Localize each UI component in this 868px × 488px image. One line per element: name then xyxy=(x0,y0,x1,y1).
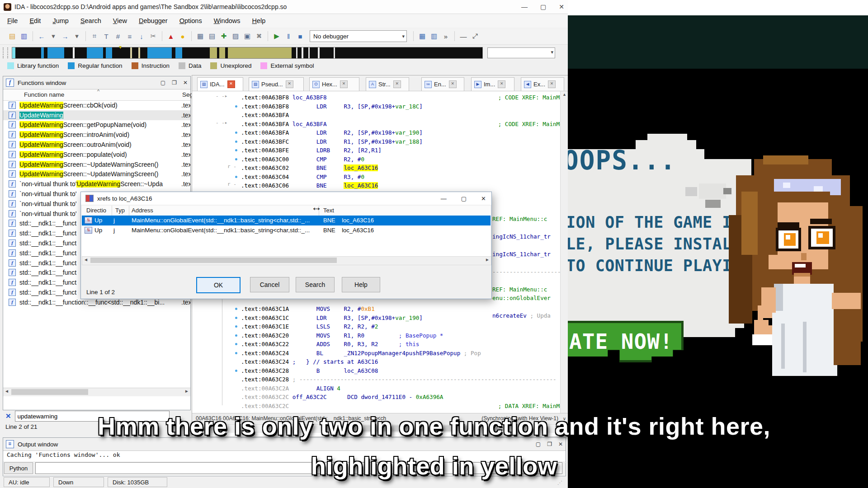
disassembly-line[interactable]: .text:00A63C20 MOVS R1, R0 ; BasePopup * xyxy=(241,331,443,340)
navband-scale-combo[interactable]: ▾ xyxy=(487,47,555,58)
menu-edit[interactable]: Edit xyxy=(29,17,41,24)
toolbar-chart-add-button[interactable]: ✚ xyxy=(218,31,229,42)
tab-im[interactable]: ▶Im...✕ xyxy=(471,77,514,91)
disassembly-line[interactable]: .text:00A63C06 BNE loc_A63C16 xyxy=(241,181,378,190)
maximize-button[interactable]: ▢ xyxy=(540,3,546,10)
toolbar-open-file-button[interactable]: ▤ xyxy=(7,31,18,42)
function-list-item[interactable]: fUpdateWarningScreen::outroAnim(void).te… xyxy=(3,140,190,150)
scroll-left-icon[interactable]: ◄ xyxy=(84,257,88,262)
tab-close-icon[interactable]: ✕ xyxy=(227,80,235,88)
disassembly-line[interactable]: .text:00A63C28 B loc_A63C08 xyxy=(241,366,378,375)
tab-close-icon[interactable]: ✕ xyxy=(498,80,505,88)
toolbar-jump-by-address-button[interactable]: ⌗ xyxy=(89,31,100,42)
toolbar-analysis-indicator-button[interactable]: ● xyxy=(177,31,188,42)
maximize-panel-button[interactable]: ▢ xyxy=(536,441,541,447)
toolbar-search-binary-button[interactable]: ≡ xyxy=(124,31,135,42)
search-button[interactable]: Search xyxy=(296,277,335,292)
tab-pseud[interactable]: ▤Pseud...✕ xyxy=(249,77,304,91)
disassembly-line[interactable]: .text:00A63BFE LDRB R2, [R2,R1] xyxy=(241,146,382,155)
toolbar-chart-flow-button[interactable]: ▦ xyxy=(195,31,206,42)
disassembly-line[interactable]: .text:00A63C2C ; DATA XREF: MainMenu::c xyxy=(241,402,569,411)
disassembly-line[interactable]: .text:00A63C1A MOVS R2, #0xB1 xyxy=(241,305,375,314)
disassembly-line[interactable]: .text:00A63BF8 LDR R3, [SP,#0x198+var_18… xyxy=(241,102,423,111)
menu-jump[interactable]: Jump xyxy=(52,17,68,24)
xrefs-column-header[interactable]: DirectioTypAddressText xyxy=(82,206,491,216)
function-list-item[interactable]: fUpdateWarningScreen::introAnim(void).te… xyxy=(3,130,190,140)
dialog-minimize-button[interactable]: — xyxy=(441,195,447,202)
column-separator[interactable] xyxy=(129,206,129,216)
maximize-panel-button[interactable]: ▢ xyxy=(160,80,165,86)
disassembly-line[interactable]: .text:00A63C1E LSLS R2, R2, #2 xyxy=(241,322,378,331)
toolbar-nav-back-button[interactable]: ← xyxy=(36,31,47,42)
close-button[interactable]: ✕ xyxy=(559,3,564,10)
cancel-button[interactable]: Cancel xyxy=(250,277,289,292)
disassembly-line[interactable]: .text:00A63BFA LDR R2, [SP,#0x198+var_19… xyxy=(241,128,423,137)
navband-drag-handle[interactable] xyxy=(3,47,8,58)
toolbar-jump-by-ordinal-button[interactable]: # xyxy=(113,31,123,42)
tab-close-icon[interactable]: ✕ xyxy=(393,80,401,88)
toolbar-jump-down-button[interactable]: ↓ xyxy=(136,31,147,42)
toolbar-save-file-button[interactable]: ▥ xyxy=(19,31,29,42)
disassembly-vscrollbar[interactable]: ▲ xyxy=(560,91,568,413)
menu-windows[interactable]: Windows xyxy=(214,17,241,24)
xref-column-address[interactable]: Address xyxy=(132,207,153,214)
disassembly-line[interactable]: .text:00A63C24 ; } // starts at A63C16 xyxy=(241,357,378,366)
functions-hscrollbar[interactable]: ◄ ► xyxy=(3,388,190,396)
function-list-item[interactable]: fUpdateWarningScreen::~UpdateWarningScre… xyxy=(3,169,190,179)
function-list-item[interactable]: fUpdateWarningScreen::populate(void).tex xyxy=(3,150,190,160)
dialog-close-button[interactable]: ✕ xyxy=(481,195,486,202)
tab-str[interactable]: AStr...✕ xyxy=(366,77,409,91)
tab-close-icon[interactable]: ✕ xyxy=(449,80,457,88)
tab-close-icon[interactable]: ✕ xyxy=(286,80,293,88)
tab-en[interactable]: ≔En...✕ xyxy=(421,77,464,91)
disassembly-line[interactable]: .text:00A63C24 BL _ZN12PopupManager4push… xyxy=(241,349,481,358)
help-button[interactable]: Help xyxy=(342,277,380,292)
xref-row[interactable]: ⇅UpjMainMenu::onGlobalEvent(std::__ndk1:… xyxy=(82,225,491,235)
function-list-item[interactable]: fUpdateWarningScreen::~UpdateWarningScre… xyxy=(3,160,190,169)
toolbar-close-window-button[interactable]: ✖ xyxy=(254,31,264,42)
disassembly-line[interactable]: .text:00A63BFC LDR R1, [SP,#0x198+var_18… xyxy=(241,137,423,146)
xref-column-typ[interactable]: Typ xyxy=(115,207,125,214)
toolbar-chart-custom-button[interactable]: ▨ xyxy=(230,31,241,42)
scroll-thumb[interactable] xyxy=(11,389,88,395)
disassembly-line[interactable]: .text:00A63BFA loc_A63BFA ; CODE XREF: M… xyxy=(241,120,569,129)
menu-search[interactable]: Search xyxy=(80,17,101,24)
update-now-button[interactable]: ATE NOW! xyxy=(568,321,684,362)
menu-debugger[interactable]: Debugger xyxy=(139,17,168,24)
toolbar-debug-pause-button[interactable]: ‖ xyxy=(283,31,294,42)
functions-list-header[interactable]: Function name ^ Seg xyxy=(3,89,190,101)
disassembly-line[interactable]: .text:00A63C2C off_A63C2C DCD dword_1471… xyxy=(241,393,443,402)
ok-button[interactable]: OK xyxy=(196,277,241,293)
debugger-select[interactable]: No debugger▾ xyxy=(310,30,407,42)
resize-grip[interactable]: ⋰ xyxy=(557,480,563,486)
xref-row[interactable]: ⇅UpjMainMenu::onGlobalEvent(std::__ndk1:… xyxy=(82,216,491,225)
tab-ida[interactable]: ▤IDA...✕ xyxy=(197,77,243,91)
disassembly-line[interactable]: .text:00A63C2A ALIGN 4 xyxy=(241,384,340,393)
toolbar-nav-back-dropdown-button[interactable]: ▾ xyxy=(48,31,59,42)
scroll-right-icon[interactable]: ► xyxy=(184,389,189,394)
disassembly-line[interactable]: .text:00A63C00 CMP R2, #0 xyxy=(241,155,364,164)
function-list-item[interactable]: fUpdateWarningScreen::cbOk(void).tex xyxy=(3,100,190,110)
tab-close-icon[interactable]: ✕ xyxy=(548,80,556,88)
tab-ex[interactable]: ◀Ex...✕ xyxy=(521,77,564,91)
float-panel-button[interactable]: ❐ xyxy=(172,80,177,86)
disassembly-line[interactable]: .text:00A63C04 CMP R3, #0 xyxy=(241,173,364,182)
toolbar-debug-stop-button[interactable]: ■ xyxy=(295,31,306,42)
menu-view[interactable]: View xyxy=(113,17,127,24)
function-list-item[interactable]: fUpdateWarning.tex xyxy=(3,110,190,120)
column-separator[interactable] xyxy=(112,206,112,216)
dialog-maximize-button[interactable]: ▢ xyxy=(461,195,467,202)
scroll-thumb[interactable] xyxy=(90,258,337,263)
toolbar-debug-run-button[interactable]: ▶ xyxy=(271,31,282,42)
disassembly-line[interactable]: .text:00A63C02 BNE loc_A63C16 xyxy=(241,164,378,173)
toolbar-chart-calls-button[interactable]: ▤ xyxy=(207,31,217,42)
column-function-name[interactable]: Function name xyxy=(24,91,64,98)
toolbar-toolbar-overflow-button[interactable]: » xyxy=(440,31,451,42)
toolbar-minimize-toolbar-button[interactable]: — xyxy=(458,31,469,42)
minimize-button[interactable]: — xyxy=(521,3,528,10)
scroll-left-icon[interactable]: ◄ xyxy=(5,389,9,394)
tab-close-icon[interactable]: ✕ xyxy=(340,80,348,88)
toolbar-breakpoint-warning-button[interactable]: ▲ xyxy=(165,31,176,42)
toolbar-jump-by-name-button[interactable]: T xyxy=(101,31,112,42)
toolbar-chart-window-button[interactable]: ▣ xyxy=(242,31,253,42)
